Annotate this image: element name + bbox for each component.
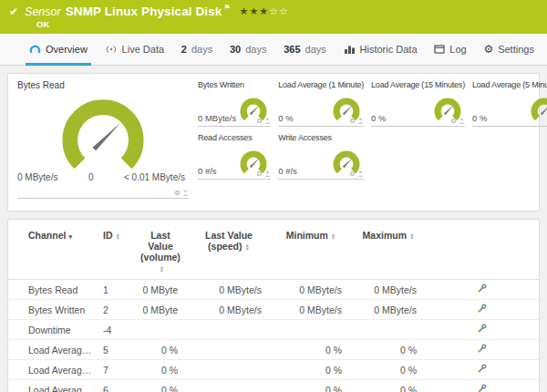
gauge-needle xyxy=(444,106,454,116)
edit-channel-button[interactable] xyxy=(477,304,487,314)
primary-gauge-title: Bytes Read xyxy=(17,80,189,90)
status-badge: OK xyxy=(36,19,538,29)
edit-channel-button[interactable] xyxy=(477,384,487,392)
table-row: Bytes Read 1 0 MByte 0 MByte/s 0 MByte/s… xyxy=(8,280,539,300)
cell-speed: 0 MByte/s xyxy=(187,300,271,320)
edit-channel-button[interactable] xyxy=(477,284,487,294)
stars-filled[interactable]: ★★★ xyxy=(240,5,270,17)
gear-icon: ⚙ xyxy=(483,44,493,55)
small-gauge-title: Write Accesses xyxy=(278,133,364,142)
sort-desc-icon: ▾ xyxy=(68,233,72,240)
small-gauge-panel[interactable]: Write Accesses 0 #/s xyxy=(278,133,364,180)
cell-minimum: 0 MByte/s xyxy=(271,280,351,300)
cell-channel[interactable]: Downtime xyxy=(8,320,99,340)
main-content: Bytes Read 0 MByte/s 0 < 0.01 MByte/s By… xyxy=(0,66,547,392)
gear-icon[interactable] xyxy=(256,118,263,124)
gauge-needle xyxy=(343,159,353,169)
edit-channel-button[interactable] xyxy=(477,344,487,354)
tab-historic-data[interactable]: Historic Data xyxy=(336,34,425,65)
gauge-needle xyxy=(250,106,260,116)
small-gauge-panel[interactable]: Load Average (15 Minutes) 0 % xyxy=(371,80,465,127)
small-gauge-title: Read Accesses xyxy=(198,133,271,142)
cell-channel[interactable]: Bytes Written xyxy=(8,300,99,320)
tab-30-days[interactable]: 30days xyxy=(222,34,274,65)
stars-empty[interactable]: ☆☆ xyxy=(269,5,289,17)
cell-speed xyxy=(187,320,271,340)
cell-speed xyxy=(187,380,271,392)
cell-speed xyxy=(187,340,271,360)
column-header-actions xyxy=(426,223,539,280)
edit-channel-button[interactable] xyxy=(477,324,487,334)
wrench-icon xyxy=(477,284,487,294)
small-gauge-title: Bytes Written xyxy=(198,80,271,89)
cell-minimum: 0 MByte/s xyxy=(271,300,351,320)
sort-icon: ▲▼ xyxy=(244,243,249,252)
primary-gauge xyxy=(39,90,167,176)
tab-overview[interactable]: Overview xyxy=(22,34,95,65)
gear-icon[interactable] xyxy=(349,170,356,177)
gauges-card: Bytes Read 0 MByte/s 0 < 0.01 MByte/s By… xyxy=(7,73,540,211)
small-gauge-panel[interactable]: Load Average (5 Minutes) 0 % xyxy=(472,80,547,127)
sort-icon: ▲▼ xyxy=(409,232,414,241)
cell-channel[interactable]: Load Average (15 Mi... xyxy=(8,360,99,380)
small-gauge-title: Load Average (1 Minute) xyxy=(278,80,364,89)
gear-icon[interactable] xyxy=(174,190,181,196)
tab-live-data[interactable]: Live Data xyxy=(98,34,171,65)
sort-icon: ▲▼ xyxy=(331,232,335,241)
column-header-channel[interactable]: Channel▾ xyxy=(8,223,99,280)
small-gauge-value: 0 % xyxy=(278,113,293,126)
edit-channel-button[interactable] xyxy=(477,364,487,374)
cell-volume: 0 % xyxy=(134,340,187,360)
sort-icon: ▲▼ xyxy=(116,232,120,241)
gauge-needle xyxy=(93,122,121,150)
gauge-needle xyxy=(541,106,547,116)
person-icon[interactable] xyxy=(357,170,364,177)
small-gauge-panel[interactable]: Read Accesses 0 #/s xyxy=(198,133,271,180)
table-row: Load Average (1 Min... 5 0 % 0 % 0 % xyxy=(8,340,539,360)
gauge-arc-icon xyxy=(29,45,41,55)
column-header-id[interactable]: ID▲▼ xyxy=(99,223,134,280)
tab-log[interactable]: Log xyxy=(427,34,473,65)
tab-2-days[interactable]: 2days xyxy=(174,34,220,65)
small-gauges-grid: Bytes Written 0 MByte/s Load Average (1 … xyxy=(198,80,547,204)
cell-volume: 0 % xyxy=(134,380,187,392)
wrench-icon xyxy=(477,384,487,392)
table-row: Load Average (15 Mi... 7 0 % 0 % 0 % xyxy=(8,360,539,380)
small-gauge-value: 0 MByte/s xyxy=(198,113,236,126)
person-icon[interactable] xyxy=(357,118,364,124)
gear-icon[interactable] xyxy=(450,118,457,124)
gear-icon[interactable] xyxy=(349,118,356,124)
column-header-last-value-speed[interactable]: Last Value (speed)▲▼ xyxy=(187,223,271,280)
small-gauge-panel[interactable]: Bytes Written 0 MByte/s xyxy=(198,80,271,127)
gear-icon[interactable] xyxy=(256,170,263,177)
channel-table-card: Channel▾ ID▲▼ Last Value (volume)▲▼ Last… xyxy=(7,219,540,392)
sort-icon: ▲▼ xyxy=(160,265,164,273)
column-header-minimum[interactable]: Minimum▲▼ xyxy=(271,223,351,280)
primary-gauge-scale: 0 MByte/s 0 < 0.01 MByte/s xyxy=(17,172,189,182)
cell-channel[interactable]: Bytes Read xyxy=(8,280,99,300)
bar-chart-icon xyxy=(344,45,356,54)
gauge-max-label: < 0.01 MByte/s xyxy=(124,172,185,182)
cell-channel[interactable]: Load Average (5 Min... xyxy=(8,380,99,392)
cell-id: -4 xyxy=(99,320,134,340)
tab-settings[interactable]: ⚙ Settings xyxy=(476,34,542,65)
small-gauge-value: 0 % xyxy=(371,113,386,126)
gauge-origin-label: 0 xyxy=(88,172,94,182)
person-icon[interactable] xyxy=(182,190,189,196)
tab-365-days[interactable]: 365days xyxy=(276,34,334,65)
person-icon[interactable] xyxy=(264,118,271,124)
cell-minimum: 0 % xyxy=(271,340,351,360)
person-icon[interactable] xyxy=(264,170,271,177)
priority-stars[interactable]: ★★★☆☆ xyxy=(240,5,289,17)
wrench-icon xyxy=(477,304,487,314)
cell-channel[interactable]: Load Average (1 Min... xyxy=(8,340,99,360)
column-header-maximum[interactable]: Maximum▲▼ xyxy=(351,223,426,280)
channel-table: Channel▾ ID▲▼ Last Value (volume)▲▼ Last… xyxy=(8,223,539,392)
person-icon[interactable] xyxy=(459,118,465,124)
cell-volume: 0 % xyxy=(134,360,187,380)
channel-table-body: Bytes Read 1 0 MByte 0 MByte/s 0 MByte/s… xyxy=(8,280,539,392)
column-header-last-value-volume[interactable]: Last Value (volume)▲▼ xyxy=(134,223,187,280)
primary-gauge-panel[interactable]: Bytes Read 0 MByte/s 0 < 0.01 MByte/s xyxy=(17,80,189,199)
check-icon: ✔ xyxy=(9,5,18,18)
small-gauge-panel[interactable]: Load Average (1 Minute) 0 % xyxy=(278,80,364,127)
